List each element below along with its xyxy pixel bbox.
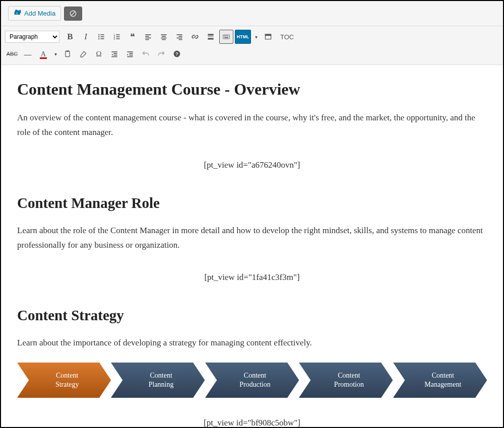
bold-button[interactable]: B xyxy=(63,30,77,44)
svg-rect-33 xyxy=(227,36,228,37)
align-left-button[interactable] xyxy=(141,30,155,44)
svg-point-6 xyxy=(98,38,99,39)
paragraph[interactable]: An overview of the content management co… xyxy=(17,111,487,140)
svg-rect-14 xyxy=(145,34,151,35)
svg-rect-41 xyxy=(113,55,117,56)
process-step: ContentStrategy xyxy=(17,363,111,398)
svg-rect-44 xyxy=(129,53,133,54)
help-icon: ? xyxy=(173,50,181,58)
paragraph[interactable]: Learn about the role of the Content Mana… xyxy=(17,224,487,253)
process-arrow-diagram: ContentStrategy ContentPlanning ContentP… xyxy=(17,363,487,398)
eraser-icon xyxy=(79,50,87,58)
toc-button[interactable]: TOC xyxy=(277,30,297,44)
bullet-list-button[interactable] xyxy=(94,30,108,44)
svg-rect-21 xyxy=(162,39,166,40)
svg-point-4 xyxy=(98,36,99,37)
slash-circle-icon xyxy=(69,10,77,18)
heading-2[interactable]: Content Manager Role xyxy=(17,195,487,211)
toolbar-row-2: ABC — A ▾ Ω xyxy=(5,45,499,62)
svg-text:3: 3 xyxy=(114,38,115,40)
svg-rect-19 xyxy=(162,36,166,37)
align-right-button[interactable] xyxy=(172,30,186,44)
heading-1[interactable]: Content Management Course - Overview xyxy=(17,80,487,99)
tinymce-toolbar: Paragraph B I 123 ❝ xyxy=(1,26,503,64)
svg-rect-7 xyxy=(100,38,104,39)
shortcode-text[interactable]: [pt_view id="a676240ovn"] xyxy=(17,158,487,173)
redo-button[interactable] xyxy=(154,47,168,61)
svg-text:?: ? xyxy=(175,51,178,56)
shortcode-text[interactable]: [pt_view id="bf908c5obw"] xyxy=(17,416,487,428)
link-button[interactable] xyxy=(188,30,202,44)
shortcode-text[interactable]: [pt_view id="1fa41c3f3m"] xyxy=(17,270,487,285)
svg-rect-22 xyxy=(176,34,182,35)
svg-rect-23 xyxy=(178,36,182,37)
svg-rect-13 xyxy=(116,38,119,39)
chevron-down-icon[interactable]: ▾ xyxy=(253,34,260,40)
help-button[interactable]: ? xyxy=(170,47,184,61)
paragraph[interactable]: Learn about the importance of developing… xyxy=(17,336,487,350)
read-more-button[interactable] xyxy=(204,30,218,44)
clear-formatting-button[interactable] xyxy=(76,47,90,61)
secondary-media-button[interactable] xyxy=(64,7,82,21)
align-left-icon xyxy=(144,33,152,41)
add-media-button[interactable]: Add Media xyxy=(8,6,61,21)
svg-rect-42 xyxy=(111,56,117,57)
svg-rect-26 xyxy=(208,34,213,35)
svg-rect-32 xyxy=(226,36,227,37)
html-button[interactable]: HTML xyxy=(235,30,251,44)
indent-icon xyxy=(126,50,134,58)
svg-rect-40 xyxy=(113,53,117,54)
editor-content-area[interactable]: Content Management Course - Overview An … xyxy=(1,65,503,428)
heading-2[interactable]: Content Strategy xyxy=(17,307,487,324)
text-color-button[interactable]: A xyxy=(36,47,50,61)
numbered-list-icon: 123 xyxy=(113,33,121,41)
align-center-icon xyxy=(160,33,168,41)
svg-point-2 xyxy=(98,34,99,35)
svg-rect-27 xyxy=(208,36,213,37)
fullscreen-button[interactable] xyxy=(261,30,275,44)
svg-rect-17 xyxy=(145,39,149,40)
toolbar-row-1: Paragraph B I 123 ❝ xyxy=(5,28,499,45)
process-step: ContentProduction xyxy=(205,363,299,398)
svg-rect-15 xyxy=(145,36,149,37)
paste-text-button[interactable] xyxy=(60,47,75,61)
process-step: ContentManagement xyxy=(393,363,487,398)
svg-rect-28 xyxy=(208,38,213,39)
special-character-button[interactable]: Ω xyxy=(92,47,106,61)
svg-rect-45 xyxy=(129,55,133,56)
keyboard-icon xyxy=(222,33,230,41)
svg-rect-9 xyxy=(116,34,119,35)
svg-rect-20 xyxy=(161,38,166,39)
svg-rect-34 xyxy=(224,37,228,38)
toolbar-toggle-button[interactable] xyxy=(219,30,233,44)
add-media-label: Add Media xyxy=(24,10,55,17)
numbered-list-button[interactable]: 123 xyxy=(110,30,124,44)
undo-icon xyxy=(142,50,150,58)
outdent-icon xyxy=(110,50,118,58)
align-center-button[interactable] xyxy=(157,30,171,44)
svg-rect-30 xyxy=(224,36,225,37)
process-step: ContentPromotion xyxy=(299,363,393,398)
strikethrough-button[interactable]: ABC xyxy=(5,47,19,61)
insert-more-icon xyxy=(207,33,215,41)
svg-rect-16 xyxy=(145,38,151,39)
svg-rect-29 xyxy=(223,35,230,39)
color-swatch xyxy=(40,57,47,59)
svg-rect-46 xyxy=(127,56,133,57)
svg-rect-3 xyxy=(100,34,104,35)
blockquote-button[interactable]: ❝ xyxy=(125,30,140,44)
indent-button[interactable] xyxy=(123,47,137,61)
format-select[interactable]: Paragraph xyxy=(5,31,59,43)
svg-rect-24 xyxy=(176,38,182,39)
align-right-icon xyxy=(175,33,183,41)
top-toolbar: Add Media xyxy=(1,1,503,26)
outdent-button[interactable] xyxy=(107,47,121,61)
svg-rect-31 xyxy=(225,36,226,37)
bullet-list-icon xyxy=(97,33,105,41)
svg-rect-25 xyxy=(178,39,182,40)
link-icon xyxy=(191,33,199,41)
chevron-down-icon[interactable]: ▾ xyxy=(52,51,59,57)
horizontal-rule-button[interactable]: — xyxy=(21,47,35,61)
italic-button[interactable]: I xyxy=(79,30,93,44)
undo-button[interactable] xyxy=(139,47,153,61)
